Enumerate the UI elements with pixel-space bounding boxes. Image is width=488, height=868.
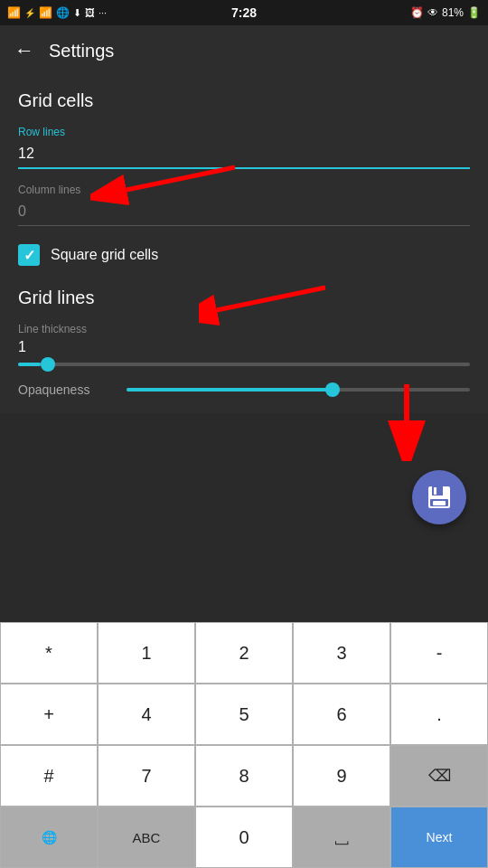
keyboard: * 1 2 3 - + 4 5 6 . # 7 8 9 ⌫ 🌐 ABC 0 ⎵ … — [0, 622, 488, 868]
line-thickness-slider[interactable] — [18, 363, 470, 366]
status-time: 7:28 — [231, 5, 257, 20]
alarm-icon: ⏰ — [410, 6, 424, 19]
download-icon: ⬇ — [73, 7, 81, 19]
globe-icon: 🌐 — [56, 6, 70, 19]
battery-percent: 81% — [442, 6, 464, 19]
keyboard-row-2: + 4 5 6 . — [0, 684, 488, 745]
column-lines-input[interactable] — [18, 200, 470, 226]
svg-line-3 — [217, 288, 325, 310]
square-grid-row: ✓ Square grid cells — [18, 244, 470, 266]
grid-cells-title: Grid cells — [18, 90, 470, 111]
back-button[interactable]: ← — [14, 39, 34, 62]
signal2-icon: 📶 — [39, 6, 52, 19]
key-7[interactable]: 7 — [98, 745, 195, 807]
status-icons-left: 📶 ⚡ 📶 🌐 ⬇ 🖼 ··· — [7, 6, 107, 19]
key-globe[interactable]: 🌐 — [0, 807, 98, 868]
keyboard-row-4: 🌐 ABC 0 ⎵ Next — [0, 807, 488, 868]
annotation-arrow-fab — [375, 380, 438, 461]
svg-rect-7 — [432, 486, 443, 495]
check-icon: ✓ — [23, 247, 35, 264]
key-1[interactable]: 1 — [98, 622, 195, 684]
key-minus[interactable]: - — [390, 622, 488, 684]
svg-rect-8 — [434, 487, 436, 495]
grid-cells-section: Grid cells Row lines Column lines — [18, 90, 470, 244]
row-lines-label: Row lines — [18, 126, 470, 138]
settings-content: Grid cells Row lines Column lines ✓ Squa… — [0, 76, 488, 413]
key-6[interactable]: 6 — [293, 684, 390, 745]
line-thickness-value: 1 — [18, 339, 470, 355]
key-space[interactable]: ⎵ — [293, 807, 390, 868]
key-4[interactable]: 4 — [98, 684, 195, 745]
key-backspace[interactable]: ⌫ — [390, 745, 488, 807]
opaqueness-label: Opaqueness — [18, 382, 127, 397]
keyboard-row-3: # 7 8 9 ⌫ — [0, 745, 488, 807]
row-lines-input[interactable] — [18, 142, 470, 169]
square-grid-checkbox[interactable]: ✓ — [18, 244, 40, 266]
key-0[interactable]: 0 — [195, 807, 293, 868]
key-hash[interactable]: # — [0, 745, 98, 807]
key-period[interactable]: . — [390, 684, 488, 745]
save-fab-button[interactable] — [412, 470, 466, 524]
keyboard-row-1: * 1 2 3 - — [0, 622, 488, 684]
network-label: ⚡ — [24, 8, 35, 18]
top-bar: ← Settings — [0, 25, 488, 76]
key-plus[interactable]: + — [0, 684, 98, 745]
column-lines-label: Column lines — [18, 184, 470, 196]
key-asterisk[interactable]: * — [0, 622, 98, 684]
image-icon: 🖼 — [85, 7, 95, 18]
status-bar: 📶 ⚡ 📶 🌐 ⬇ 🖼 ··· 7:28 ⏰ 👁 81% 🔋 — [0, 0, 488, 25]
key-9[interactable]: 9 — [293, 745, 390, 807]
status-icons-right: ⏰ 👁 81% 🔋 — [410, 6, 481, 19]
eye-icon: 👁 — [427, 6, 438, 19]
key-2[interactable]: 2 — [195, 622, 293, 684]
annotation-arrow-checkbox — [199, 269, 334, 333]
save-icon — [425, 483, 454, 512]
key-5[interactable]: 5 — [195, 684, 293, 745]
dots-icon: ··· — [99, 7, 107, 18]
page-title: Settings — [49, 41, 114, 61]
key-8[interactable]: 8 — [195, 745, 293, 807]
square-grid-label: Square grid cells — [51, 247, 158, 263]
svg-rect-10 — [433, 501, 446, 505]
battery-icon: 🔋 — [467, 6, 481, 19]
key-3[interactable]: 3 — [293, 622, 390, 684]
key-abc[interactable]: ABC — [98, 807, 195, 868]
next-button[interactable]: Next — [390, 807, 488, 868]
signal-icon: 📶 — [7, 6, 21, 19]
